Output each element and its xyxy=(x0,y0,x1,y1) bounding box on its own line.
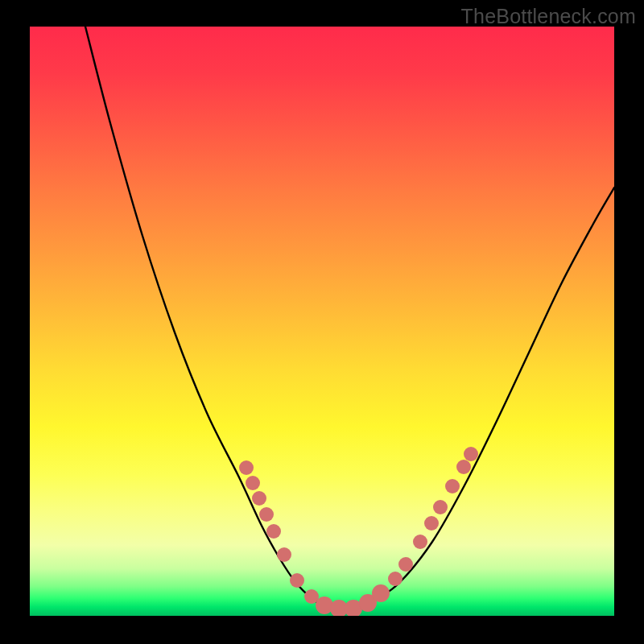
chart-svg xyxy=(30,27,614,616)
data-marker xyxy=(424,516,439,530)
data-marker xyxy=(290,573,304,588)
data-marker xyxy=(252,491,266,506)
data-marker xyxy=(445,479,460,493)
bottleneck-curve xyxy=(85,27,614,610)
data-marker xyxy=(433,500,448,514)
data-marker xyxy=(388,572,402,586)
chart-frame: TheBottleneck.com xyxy=(0,0,644,644)
data-marker xyxy=(239,460,254,475)
marker-group xyxy=(239,447,478,616)
data-marker xyxy=(464,447,478,461)
data-marker xyxy=(398,557,413,572)
data-marker xyxy=(456,460,471,474)
plot-area xyxy=(30,27,614,616)
data-marker xyxy=(259,507,274,522)
data-marker xyxy=(246,476,260,490)
data-marker xyxy=(372,584,390,602)
data-marker xyxy=(413,535,427,549)
data-marker xyxy=(277,547,291,562)
data-marker xyxy=(266,524,281,539)
watermark-text: TheBottleneck.com xyxy=(461,5,636,28)
